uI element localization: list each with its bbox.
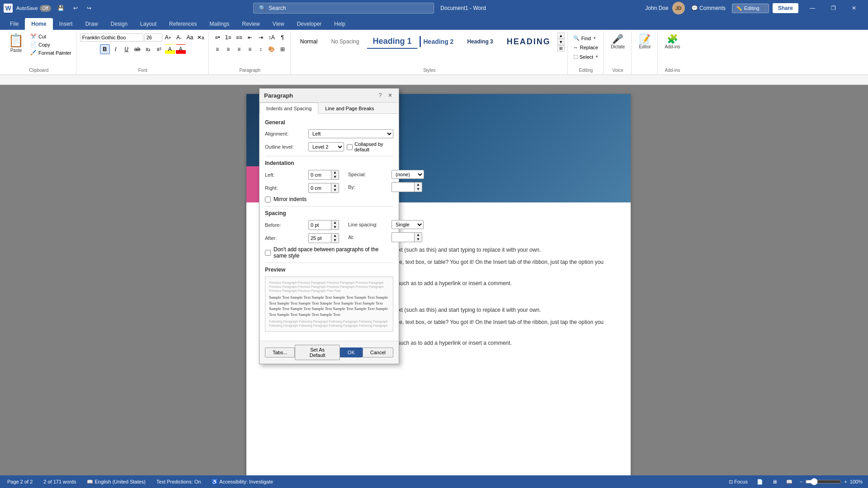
text-predictions[interactable]: Text Predictions: On [155, 478, 203, 485]
justify-button[interactable]: ≡ [245, 44, 255, 54]
tab-developer[interactable]: Developer [291, 18, 328, 30]
styles-expand[interactable]: ⊞ [557, 45, 565, 52]
zoom-out-icon[interactable]: − [800, 479, 802, 484]
style-heading1[interactable]: Heading 1 [367, 34, 417, 49]
select-button[interactable]: ⬚ Select ▼ [571, 53, 601, 61]
after-down[interactable]: ▼ [331, 238, 339, 243]
bold-button[interactable]: B [100, 44, 110, 54]
dialog-titlebar[interactable]: Paragraph ? ✕ [259, 89, 399, 103]
right-indent-up[interactable]: ▲ [331, 183, 339, 188]
title-search-bar[interactable]: 🔍 Search [253, 3, 434, 14]
left-indent-input[interactable] [308, 170, 331, 180]
close-button[interactable]: ✕ [844, 0, 864, 16]
show-paragraph-button[interactable]: ¶ [278, 33, 288, 42]
subscript-button[interactable]: x₂ [143, 44, 153, 54]
autosave-off[interactable]: Off [40, 5, 51, 12]
style-heading-big[interactable]: HEADING [501, 35, 557, 49]
by-up[interactable]: ▲ [415, 183, 422, 187]
clear-format-button[interactable]: ✕a [196, 33, 206, 42]
strikethrough-button[interactable]: ab [132, 44, 142, 54]
sort-button[interactable]: ↕A [267, 33, 277, 42]
superscript-button[interactable]: x² [154, 44, 164, 54]
editor-button[interactable]: 📝 Editor [635, 33, 654, 51]
line-spacing-select[interactable]: Single 1.5 lines Double At least Exactly… [392, 220, 424, 229]
after-up[interactable]: ▲ [331, 234, 339, 238]
paste-button[interactable]: 📋 Paste [5, 33, 28, 55]
style-heading3[interactable]: Heading 3 [461, 36, 499, 47]
align-center-button[interactable]: ≡ [223, 44, 233, 54]
align-left-button[interactable]: ≡ [212, 44, 222, 54]
copy-button[interactable]: 📄 Copy [28, 41, 73, 48]
accessibility[interactable]: ♿ Accessibility: Investigate [210, 478, 275, 486]
by-input[interactable] [392, 182, 414, 192]
special-select[interactable]: (none) First line Hanging [392, 170, 424, 179]
dialog-tab-breaks[interactable]: Line and Page Breaks [318, 103, 381, 114]
left-indent-down[interactable]: ▼ [331, 175, 339, 179]
tabs-button[interactable]: Tabs... [265, 347, 295, 357]
before-down[interactable]: ▼ [331, 225, 339, 230]
style-nospace[interactable]: No Spacing [325, 36, 365, 47]
zoom-slider[interactable] [805, 478, 841, 485]
tab-file[interactable]: File [4, 18, 25, 30]
zoom-level[interactable]: 100% [850, 479, 863, 484]
cut-button[interactable]: ✂️ Cut [28, 33, 73, 40]
at-down[interactable]: ▼ [415, 237, 422, 242]
save-button[interactable]: 💾 [55, 4, 67, 12]
align-right-button[interactable]: ≡ [234, 44, 244, 54]
words-info[interactable]: 2 of 171 words [42, 478, 78, 485]
dont-add-space-checkbox[interactable] [265, 250, 271, 256]
alignment-select[interactable]: Left Center Right Justified [308, 129, 393, 138]
numbering-button[interactable]: 1≡ [223, 33, 233, 42]
borders-button[interactable]: ⊞ [278, 44, 288, 54]
tab-design[interactable]: Design [104, 18, 134, 30]
font-size-input[interactable] [144, 33, 162, 42]
tab-layout[interactable]: Layout [134, 18, 163, 30]
restore-button[interactable]: ❐ [823, 0, 844, 16]
right-indent-down[interactable]: ▼ [331, 188, 339, 192]
style-normal[interactable]: Normal [294, 36, 324, 47]
at-input[interactable] [392, 232, 414, 242]
print-layout-button[interactable]: 📄 [755, 478, 765, 486]
format-painter-button[interactable]: 🖌️ Format Painter [28, 49, 73, 56]
set-default-button[interactable]: Set As Default [295, 345, 340, 360]
redo-button[interactable]: ↪ [84, 4, 94, 12]
ok-button[interactable]: OK [340, 347, 363, 357]
tab-draw[interactable]: Draw [79, 18, 104, 30]
tab-insert[interactable]: Insert [53, 18, 79, 30]
right-indent-input[interactable] [308, 183, 331, 193]
addins-button[interactable]: 🧩 Add-ins [661, 33, 684, 51]
shading-button[interactable]: 🎨 [267, 44, 277, 54]
collapsed-checkbox[interactable] [347, 144, 353, 150]
tab-help[interactable]: Help [328, 18, 352, 30]
style-heading2[interactable]: Heading 2 [420, 36, 460, 47]
left-indent-up[interactable]: ▲ [331, 170, 339, 175]
dialog-tab-indents[interactable]: Indents and Spacing [259, 103, 318, 114]
change-case-button[interactable]: Aa [185, 33, 195, 42]
tab-view[interactable]: View [266, 18, 291, 30]
share-button[interactable]: Share [773, 3, 798, 13]
dictate-button[interactable]: 🎤 Dictate [607, 33, 628, 51]
zoom-in-icon[interactable]: + [844, 479, 847, 484]
web-layout-button[interactable]: 🖥 [770, 478, 779, 485]
bullets-button[interactable]: ≡• [212, 33, 222, 42]
font-name-input[interactable] [80, 33, 143, 42]
dialog-close-button[interactable]: ✕ [386, 91, 394, 99]
tab-home[interactable]: Home [25, 18, 52, 30]
outline-select[interactable]: Level 2 Level 1 Level 3 Body Text [308, 142, 344, 151]
before-input[interactable] [308, 220, 331, 230]
underline-button[interactable]: U [122, 44, 132, 54]
decrease-indent-button[interactable]: ⇤ [245, 33, 255, 42]
font-color-button[interactable]: A [176, 44, 186, 54]
document-area[interactable]: 🏢 Name 2 Compan Heading 3 To get started… [0, 85, 868, 475]
line-spacing-button[interactable]: ↕ [256, 44, 266, 54]
editing-badge[interactable]: ✏️ Editing ▼ [732, 4, 769, 13]
tab-references[interactable]: References [163, 18, 203, 30]
replace-button[interactable]: ↔ Replace [571, 44, 601, 51]
italic-button[interactable]: I [111, 44, 121, 54]
focus-button[interactable]: ⊡ Focus [727, 478, 750, 486]
page-info[interactable]: Page 2 of 2 [5, 478, 34, 485]
cancel-button[interactable]: Cancel [363, 347, 393, 357]
dialog-help-button[interactable]: ? [376, 91, 384, 99]
tab-review[interactable]: Review [236, 18, 266, 30]
after-input[interactable] [308, 233, 331, 243]
